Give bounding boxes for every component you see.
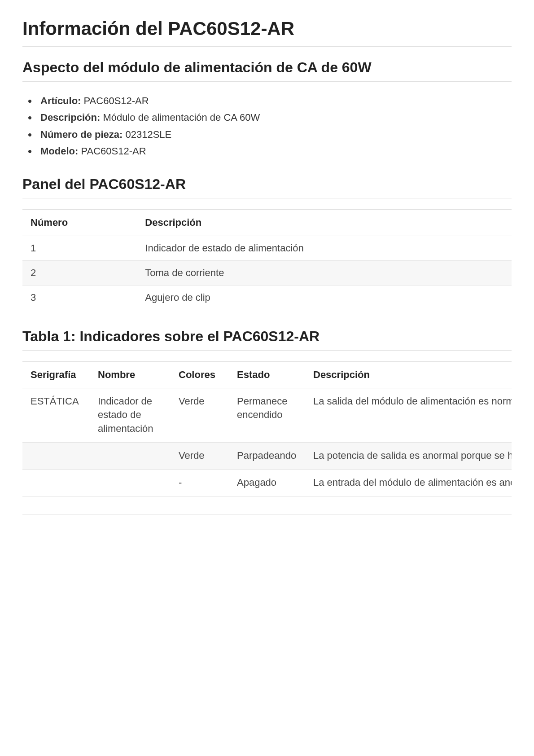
table-header: Descripción xyxy=(137,209,512,236)
table-cell: La potencia de salida es anormal porque … xyxy=(305,442,512,469)
table-cell xyxy=(90,469,171,496)
table-cell: La salida del módulo de alimentación es … xyxy=(305,388,512,442)
table-header: Descripción xyxy=(305,361,512,388)
list-item: Modelo: PAC60S12-AR xyxy=(35,143,512,159)
table-cell: Verde xyxy=(171,442,229,469)
table-cell xyxy=(22,469,90,496)
list-item: Descripción: Módulo de alimentación de C… xyxy=(35,109,512,126)
table-cell: - xyxy=(171,469,229,496)
panel-table: Número Descripción 1 Indicador de estado… xyxy=(22,209,512,310)
table-cell: Indicador de estado de alimentación xyxy=(90,388,171,442)
list-item-label: Número de pieza: xyxy=(40,129,123,140)
list-item: Artículo: PAC60S12-AR xyxy=(35,92,512,109)
table-row: Verde Parpadeando La potencia de salida … xyxy=(22,442,512,469)
table-row: 2 Toma de corriente xyxy=(22,260,512,285)
list-item-label: Descripción: xyxy=(40,112,100,123)
table-cell: Toma de corriente xyxy=(137,260,512,285)
table-cell: 2 xyxy=(22,260,137,285)
list-item-value: PAC60S12-AR xyxy=(84,95,149,106)
table-cell: 1 xyxy=(22,236,137,260)
spec-list: Artículo: PAC60S12-AR Descripción: Módul… xyxy=(22,92,512,160)
table-header: Colores xyxy=(171,361,229,388)
table-cell: ESTÁTICA xyxy=(22,388,90,442)
table-cell: Apagado xyxy=(229,469,305,496)
table-cell: Verde xyxy=(171,388,229,442)
section-heading-panel: Panel del PAC60S12-AR xyxy=(22,176,512,198)
table-row: - Apagado La entrada del módulo de alime… xyxy=(22,469,512,496)
section-heading-indicators: Tabla 1: Indicadores sobre el PAC60S12-A… xyxy=(22,328,512,351)
table-row: 1 Indicador de estado de alimentación xyxy=(22,236,512,260)
indicators-table: Serigrafía Nombre Colores Estado Descrip… xyxy=(22,361,512,497)
list-item-label: Artículo: xyxy=(40,95,81,106)
table-cell: 3 xyxy=(22,285,137,310)
table-scroll-container: Serigrafía Nombre Colores Estado Descrip… xyxy=(22,361,512,515)
table-cell: Indicador de estado de alimentación xyxy=(137,236,512,260)
table-cell xyxy=(90,442,171,469)
table-row: ESTÁTICA Indicador de estado de alimenta… xyxy=(22,388,512,442)
table-cell xyxy=(22,442,90,469)
list-item-value: Módulo de alimentación de CA 60W xyxy=(103,112,260,123)
table-cell: La entrada del módulo de alimentación es… xyxy=(305,469,512,496)
list-item-value: 02312SLE xyxy=(126,129,172,140)
list-item-value: PAC60S12-AR xyxy=(81,145,146,157)
table-header: Estado xyxy=(229,361,305,388)
list-item-label: Modelo: xyxy=(40,145,78,157)
table-header: Número xyxy=(22,209,137,236)
section-heading-aspect: Aspecto del módulo de alimentación de CA… xyxy=(22,59,512,82)
table-cell: Parpadeando xyxy=(229,442,305,469)
list-item: Número de pieza: 02312SLE xyxy=(35,126,512,143)
table-header: Nombre xyxy=(90,361,171,388)
table-row: 3 Agujero de clip xyxy=(22,285,512,310)
table-header: Serigrafía xyxy=(22,361,90,388)
table-cell: Permanece encendido xyxy=(229,388,305,442)
page-title: Información del PAC60S12-AR xyxy=(22,18,512,47)
table-cell: Agujero de clip xyxy=(137,285,512,310)
